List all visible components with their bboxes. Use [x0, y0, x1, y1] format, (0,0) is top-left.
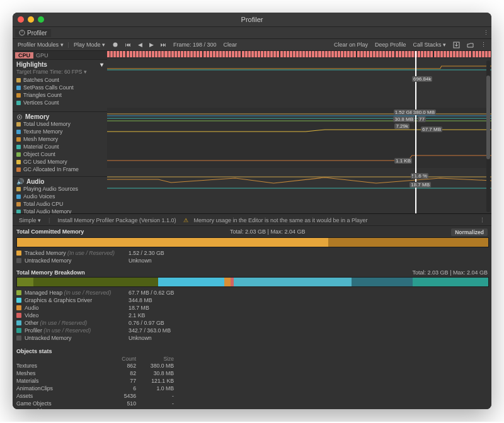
module-highlights[interactable]: Highlights ▾ Target Frame Time: 60 FPS ▾…	[13, 60, 107, 112]
breakdown-bar	[16, 277, 489, 287]
legend-row: Video2.1 KB	[16, 312, 488, 319]
tab-menu-icon[interactable]: ⋮	[481, 30, 491, 36]
svg-rect-1	[22, 31, 23, 33]
metric-item[interactable]: Playing Audio Sources	[16, 185, 103, 193]
toolbar-menu-icon[interactable]: ⋮	[478, 42, 489, 48]
metric-item[interactable]: Vertices Count	[16, 99, 103, 106]
frame-counter[interactable]: Frame: 198 / 300	[171, 42, 219, 48]
metric-item[interactable]: Material Count	[16, 143, 103, 150]
metric-item[interactable]: Texture Memory	[16, 128, 103, 135]
metric-item[interactable]: Triangles Count	[16, 91, 103, 99]
svg-rect-7	[107, 108, 491, 168]
main-split: CPU GPU Highlights ▾ Target Frame Time: …	[13, 51, 491, 409]
badge-aud-0: 1.1 KB	[394, 158, 412, 164]
detail-mode-dropdown[interactable]: Simple ▾	[16, 217, 43, 223]
table-row: Game Objects510-	[16, 400, 488, 407]
clear-on-play-toggle[interactable]: Clear on Play	[331, 42, 370, 48]
legend-row: Tracked Memory (In use / Reserved)1.52 /…	[16, 249, 488, 257]
metric-item[interactable]: Object Count	[16, 150, 103, 158]
metric-item[interactable]: Total Audio CPU	[16, 200, 103, 208]
legend-row: Audio18.7 MB	[16, 304, 488, 312]
tab-profiler[interactable]: Profiler	[15, 29, 51, 37]
charts-panel: CPU GPU Highlights ▾ Target Frame Time: …	[13, 51, 491, 214]
metric-item[interactable]: Batches Count	[16, 76, 103, 84]
badge-mem-0: 1.52 GB	[394, 110, 415, 115]
breakdown-legend: Managed Heap (In use / Reserved)67.7 MB …	[16, 289, 488, 342]
next-frame-icon[interactable]: ▶	[147, 42, 156, 48]
play-mode-dropdown[interactable]: Play Mode ▾	[71, 42, 108, 48]
legend-row: Untracked MemoryUnknown	[16, 334, 488, 342]
metric-item[interactable]: Total Used Memory	[16, 120, 103, 128]
detail-warning: Memory usage in the Editor is not the sa…	[193, 217, 367, 223]
table-row: AnimationClips61.0 MB	[16, 385, 488, 392]
committed-legend: Tracked Memory (In use / Reserved)1.52 /…	[16, 249, 488, 264]
profiler-charts	[107, 51, 491, 213]
legend-row: Untracked MemoryUnknown	[16, 257, 488, 264]
metric-item[interactable]: GC Used Memory	[16, 158, 103, 166]
detail-menu-icon[interactable]: ⋮	[477, 217, 488, 223]
cpu-gpu-header: CPU GPU	[13, 51, 107, 60]
metric-item[interactable]: Audio Voices	[16, 193, 103, 200]
normalized-toggle[interactable]: Normalized	[451, 228, 488, 236]
module-title: Memory	[16, 113, 103, 120]
speaker-icon: 🔊	[16, 178, 24, 185]
record-icon[interactable]	[110, 42, 121, 48]
window-title: Profiler	[13, 16, 491, 23]
committed-bar	[16, 237, 489, 247]
table-row: Materials77121.1 KB	[16, 377, 488, 385]
prev-frame-icon[interactable]: ◀	[135, 42, 145, 48]
tab-label: Profiler	[27, 30, 47, 37]
metric-item[interactable]: SetPass Calls Count	[16, 84, 103, 91]
svg-point-2	[113, 43, 117, 47]
badge-mem-2: 7.29k	[394, 123, 410, 129]
profiler-tab-icon	[19, 30, 25, 36]
deep-profile-toggle[interactable]: Deep Profile	[372, 42, 409, 48]
detail-toolbar: Simple ▾ | Install Memory Profiler Packa…	[13, 215, 491, 226]
warning-icon: ⚠	[183, 217, 188, 223]
badge-mem-3: 380.0 MB	[412, 110, 436, 115]
install-memory-profiler-button[interactable]: Install Memory Profiler Package (Version…	[55, 217, 178, 223]
legend-row: Other (In use / Reserved)0.76 / 0.97 GB	[16, 319, 488, 327]
table-row: Textures862380.0 MB	[16, 362, 488, 369]
highlights-metrics: Batches CountSetPass Calls CountTriangle…	[16, 76, 103, 106]
badge-mem-5: 67.7 MB	[421, 127, 442, 132]
detail-panel: Simple ▾ | Install Memory Profiler Packa…	[13, 214, 491, 409]
profiler-modules-dropdown[interactable]: Profiler Modules ▾	[15, 42, 66, 48]
module-audio[interactable]: 🔊 Audio Playing Audio SourcesAudio Voice…	[13, 177, 107, 213]
load-profile-icon[interactable]	[464, 42, 476, 48]
chart-scrollbar[interactable]	[486, 60, 490, 212]
badge-mem-4: 77	[418, 116, 426, 122]
module-title: Highlights ▾	[16, 61, 103, 68]
svg-point-5	[19, 116, 20, 117]
chart-area[interactable]: 696.84k 1.52 GB 380.0 MB 30.8 MB 77 7.29…	[107, 51, 491, 213]
toolbar: Profiler Modules ▾ | Play Mode ▾ ⏮ ◀ ▶ ⏭…	[13, 39, 491, 51]
metric-item[interactable]: Total Audio Memory	[16, 208, 103, 213]
table-row: Scene Objects1854-	[16, 407, 488, 409]
module-list: CPU GPU Highlights ▾ Target Frame Time: …	[13, 51, 107, 213]
badge-aud-2: 1.6 %	[413, 173, 428, 179]
badge-mem-1: 30.8 MB	[393, 116, 415, 122]
memory-metrics: Total Used MemoryTexture MemoryMesh Memo…	[16, 120, 103, 173]
module-title: 🔊 Audio	[16, 178, 103, 185]
call-stacks-dropdown[interactable]: Call Stacks ▾	[410, 42, 449, 48]
table-row: Meshes8230.8 MB	[16, 369, 488, 377]
first-frame-icon[interactable]: ⏮	[123, 42, 134, 48]
audio-metrics: Playing Audio SourcesAudio VoicesTotal A…	[16, 185, 103, 213]
module-memory[interactable]: Memory Total Used MemoryTexture MemoryMe…	[13, 112, 107, 177]
titlebar[interactable]: Profiler	[13, 13, 491, 27]
metric-item[interactable]: GC Allocated In Frame	[16, 166, 103, 173]
cpu-tag[interactable]: CPU	[15, 52, 33, 59]
clear-button[interactable]: Clear	[221, 42, 240, 48]
metric-item[interactable]: Mesh Memory	[16, 135, 103, 143]
gpu-tag[interactable]: GPU	[36, 52, 49, 59]
legend-row: Managed Heap (In use / Reserved)67.7 MB …	[16, 289, 488, 296]
save-profile-icon[interactable]	[450, 42, 462, 48]
table-row: Assets5436-	[16, 392, 488, 400]
objects-stats: Objects stats CountSize Textures862380.0…	[16, 348, 488, 409]
svg-rect-8	[107, 168, 491, 213]
profiler-window: Profiler Profiler ⋮ Profiler Modules ▾ |…	[13, 13, 491, 409]
target-frame-time: Target Frame Time: 60 FPS ▾	[16, 69, 103, 75]
svg-rect-6	[107, 59, 491, 108]
tab-bar: Profiler ⋮	[13, 27, 491, 39]
last-frame-icon[interactable]: ⏭	[158, 42, 169, 48]
